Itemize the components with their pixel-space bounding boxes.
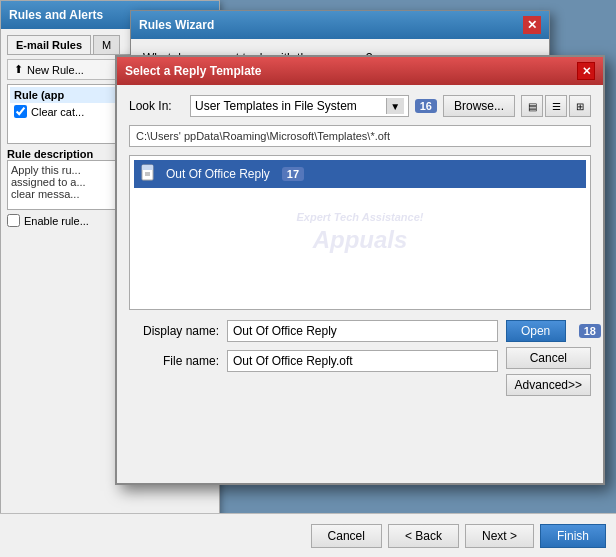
file-name-label: File name: xyxy=(129,354,219,368)
open-button[interactable]: Open xyxy=(506,320,566,342)
tab-email-rules[interactable]: E-mail Rules xyxy=(7,35,91,54)
cancel-template-button[interactable]: Cancel xyxy=(506,347,591,369)
file-name-row: File name: xyxy=(129,350,498,372)
enable-rule-checkbox[interactable] xyxy=(7,214,20,227)
select-template-title: Select a Reply Template xyxy=(125,64,262,78)
browse-button[interactable]: Browse... xyxy=(443,95,515,117)
step-badge-16: 16 xyxy=(415,99,437,113)
file-list[interactable]: Out Of Office Reply 17 Expert Tech Assis… xyxy=(129,155,591,310)
step-badge-17: 17 xyxy=(282,167,304,181)
rules-wizard-title: Rules Wizard xyxy=(139,18,214,32)
cancel-wizard-button[interactable]: Cancel xyxy=(311,524,382,548)
svg-rect-1 xyxy=(142,165,153,170)
file-item-name: Out Of Office Reply xyxy=(166,167,270,181)
advanced-button[interactable]: Advanced>> xyxy=(506,374,591,396)
next-button[interactable]: Next > xyxy=(465,524,534,548)
tab-manage[interactable]: M xyxy=(93,35,120,54)
view-icon-button[interactable]: ⊞ xyxy=(569,95,591,117)
look-in-row: Look In: User Templates in File System ▼… xyxy=(129,95,591,117)
look-in-select[interactable]: User Templates in File System ▼ xyxy=(190,95,409,117)
rules-wizard-titlebar: Rules Wizard ✕ xyxy=(131,11,549,39)
open-btn-wrapper: Open 18 xyxy=(506,320,591,342)
back-button[interactable]: < Back xyxy=(388,524,459,548)
rule-checkbox[interactable] xyxy=(14,105,27,118)
open-fields: Display name: File name: xyxy=(129,320,498,380)
path-bar: C:\Users' ppData\Roaming\Microsoft\Templ… xyxy=(129,125,591,147)
file-name-input[interactable] xyxy=(227,350,498,372)
display-name-row: Display name: xyxy=(129,320,498,342)
dropdown-arrow-icon[interactable]: ▼ xyxy=(386,98,404,114)
file-item[interactable]: Out Of Office Reply 17 xyxy=(134,160,586,188)
select-template-close-button[interactable]: ✕ xyxy=(577,62,595,80)
select-template-dialog: Select a Reply Template ✕ Look In: User … xyxy=(115,55,605,485)
rules-alerts-title: Rules and Alerts xyxy=(9,8,103,22)
bottom-nav: Cancel < Back Next > Finish xyxy=(0,513,616,557)
rules-wizard-close-button[interactable]: ✕ xyxy=(523,16,541,34)
file-icon xyxy=(138,163,160,185)
select-template-titlebar: Select a Reply Template ✕ xyxy=(117,57,603,85)
display-name-input[interactable] xyxy=(227,320,498,342)
display-name-label: Display name: xyxy=(129,324,219,338)
open-actions: Open 18 Cancel Advanced>> xyxy=(506,320,591,396)
look-in-value: User Templates in File System xyxy=(195,99,357,113)
view-buttons: ▤ ☰ ⊞ xyxy=(521,95,591,117)
finish-button[interactable]: Finish xyxy=(540,524,606,548)
watermark: Expert Tech Assistance! Appuals xyxy=(297,210,424,255)
bottom-form: Display name: File name: Open 18 Cancel … xyxy=(129,320,591,396)
view-list-button[interactable]: ▤ xyxy=(521,95,543,117)
view-detail-button[interactable]: ☰ xyxy=(545,95,567,117)
look-in-label: Look In: xyxy=(129,99,184,113)
step-badge-18: 18 xyxy=(579,324,601,338)
dialog-body: Look In: User Templates in File System ▼… xyxy=(117,85,603,406)
